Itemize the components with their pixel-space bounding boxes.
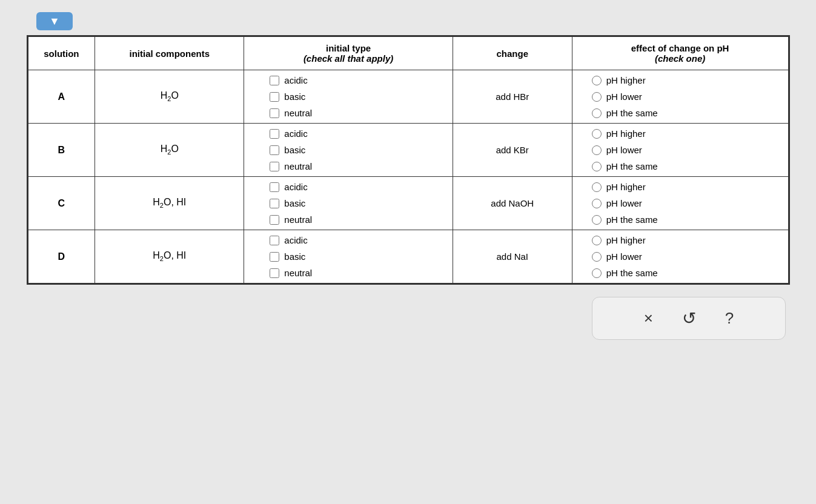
checkbox-C-neutral[interactable]: neutral xyxy=(270,214,312,225)
row-components-B: H2O xyxy=(95,124,244,177)
checkbox-C-basic[interactable]: basic xyxy=(270,198,305,208)
checkbox-input-D-basic[interactable] xyxy=(270,252,279,262)
checkbox-A-neutral[interactable]: neutral xyxy=(270,108,312,118)
radio-D-pH-lower[interactable]: pH lower xyxy=(592,251,642,262)
checkbox-input-A-acidic[interactable] xyxy=(270,76,279,85)
radio-D-pH-the-same[interactable]: pH the same xyxy=(592,268,658,278)
undo-button[interactable]: ↺ xyxy=(680,306,698,331)
checkbox-D-neutral[interactable]: neutral xyxy=(270,268,312,278)
radio-A-pH-lower[interactable]: pH lower xyxy=(592,91,642,102)
checkbox-input-C-acidic[interactable] xyxy=(270,182,279,192)
row-solution-B: B xyxy=(28,124,95,177)
radio-input-C-pH-higher[interactable] xyxy=(592,182,602,192)
checkbox-B-neutral[interactable]: neutral xyxy=(270,161,312,171)
radio-input-A-pH-the-same[interactable] xyxy=(592,108,602,118)
radio-input-A-pH-lower[interactable] xyxy=(592,92,602,102)
row-change-B: add KBr xyxy=(453,124,572,177)
row-initial-type-D: acidicbasicneutral xyxy=(244,230,453,284)
close-button[interactable]: × xyxy=(642,307,655,330)
radio-input-C-pH-the-same[interactable] xyxy=(592,215,602,225)
checkbox-input-C-basic[interactable] xyxy=(270,199,279,208)
row-components-D: H2O, HI xyxy=(95,230,244,284)
row-effect-A: pH higherpH lowerpH the same xyxy=(572,70,788,124)
header-change: change xyxy=(453,37,572,70)
radio-A-pH-the-same[interactable]: pH the same xyxy=(592,108,658,118)
header-effect: effect of change on pH (check one) xyxy=(572,37,788,70)
checkbox-input-B-neutral[interactable] xyxy=(270,162,279,171)
radio-input-D-pH-higher[interactable] xyxy=(592,236,602,245)
radio-B-pH-higher[interactable]: pH higher xyxy=(592,128,646,139)
checkbox-D-basic[interactable]: basic xyxy=(270,251,305,262)
row-change-A: add HBr xyxy=(453,70,572,124)
main-table-container: solution initial components initial type… xyxy=(27,35,790,285)
checkbox-input-D-neutral[interactable] xyxy=(270,268,279,278)
checkbox-D-acidic[interactable]: acidic xyxy=(270,235,307,245)
checkbox-B-acidic[interactable]: acidic xyxy=(270,128,307,139)
row-solution-C: C xyxy=(28,177,95,230)
checkbox-input-B-acidic[interactable] xyxy=(270,129,279,139)
radio-C-pH-the-same[interactable]: pH the same xyxy=(592,214,658,225)
checkbox-B-basic[interactable]: basic xyxy=(270,145,305,155)
help-button[interactable]: ? xyxy=(723,307,736,330)
bottom-toolbar: × ↺ ? xyxy=(592,297,786,340)
radio-B-pH-lower[interactable]: pH lower xyxy=(592,145,642,155)
row-components-C: H2O, HI xyxy=(95,177,244,230)
header-initial-type: initial type (check all that apply) xyxy=(244,37,453,70)
radio-input-B-pH-higher[interactable] xyxy=(592,129,602,139)
radio-input-B-pH-the-same[interactable] xyxy=(592,162,602,171)
row-initial-type-C: acidicbasicneutral xyxy=(244,177,453,230)
row-solution-D: D xyxy=(28,230,95,284)
checkbox-input-B-basic[interactable] xyxy=(270,145,279,155)
checkbox-C-acidic[interactable]: acidic xyxy=(270,182,307,192)
row-initial-type-B: acidicbasicneutral xyxy=(244,124,453,177)
radio-input-C-pH-lower[interactable] xyxy=(592,199,602,208)
row-components-A: H2O xyxy=(95,70,244,124)
row-effect-B: pH higherpH lowerpH the same xyxy=(572,124,788,177)
radio-C-pH-higher[interactable]: pH higher xyxy=(592,182,646,192)
radio-B-pH-the-same[interactable]: pH the same xyxy=(592,161,658,171)
row-change-D: add NaI xyxy=(453,230,572,284)
radio-input-A-pH-higher[interactable] xyxy=(592,76,602,85)
header-components: initial components xyxy=(95,37,244,70)
row-solution-A: A xyxy=(28,70,95,124)
chemistry-table: solution initial components initial type… xyxy=(28,36,789,284)
checkbox-A-acidic[interactable]: acidic xyxy=(270,75,307,85)
row-change-C: add NaOH xyxy=(453,177,572,230)
radio-C-pH-lower[interactable]: pH lower xyxy=(592,198,642,208)
checkbox-input-C-neutral[interactable] xyxy=(270,215,279,225)
checkbox-A-basic[interactable]: basic xyxy=(270,91,305,102)
row-effect-D: pH higherpH lowerpH the same xyxy=(572,230,788,284)
radio-input-B-pH-lower[interactable] xyxy=(592,145,602,155)
checkbox-input-D-acidic[interactable] xyxy=(270,236,279,245)
checkbox-input-A-neutral[interactable] xyxy=(270,108,279,118)
row-initial-type-A: acidicbasicneutral xyxy=(244,70,453,124)
radio-A-pH-higher[interactable]: pH higher xyxy=(592,75,646,85)
header-solution: solution xyxy=(28,37,95,70)
radio-D-pH-higher[interactable]: pH higher xyxy=(592,235,646,245)
checkbox-input-A-basic[interactable] xyxy=(270,92,279,102)
row-effect-C: pH higherpH lowerpH the same xyxy=(572,177,788,230)
radio-input-D-pH-the-same[interactable] xyxy=(592,268,602,278)
radio-input-D-pH-lower[interactable] xyxy=(592,252,602,262)
top-arrow-indicator xyxy=(36,12,73,30)
